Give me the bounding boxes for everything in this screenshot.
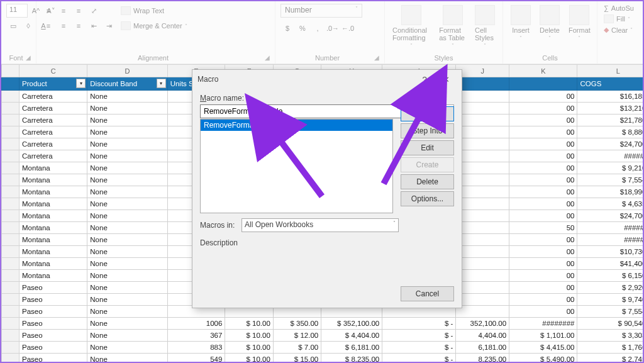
table-header-cell[interactable] bbox=[509, 77, 577, 91]
cell[interactable]: Montana bbox=[19, 198, 87, 210]
cell[interactable]: 00 bbox=[509, 174, 577, 186]
currency-icon[interactable]: $ bbox=[280, 21, 294, 35]
cell[interactable]: ######## bbox=[577, 150, 643, 162]
cell[interactable]: None bbox=[87, 246, 167, 258]
column-header[interactable]: L bbox=[577, 65, 643, 77]
cell[interactable]: None bbox=[87, 138, 167, 150]
cancel-button[interactable]: Cancel bbox=[401, 286, 454, 301]
cell[interactable] bbox=[456, 126, 509, 138]
border-icon[interactable]: ▭ bbox=[6, 19, 20, 33]
fill-button[interactable]: Fill ˅ bbox=[602, 14, 631, 24]
align-top-icon[interactable]: ≡ bbox=[42, 4, 55, 18]
cell[interactable]: 4,404.00 bbox=[456, 330, 509, 342]
cell[interactable]: $ 8,880.00 bbox=[577, 126, 643, 138]
cell[interactable]: 883 bbox=[167, 342, 225, 354]
cell[interactable]: $ 6,150.00 bbox=[577, 270, 643, 282]
cell[interactable]: None bbox=[87, 234, 167, 246]
cell[interactable]: $ 90,540.00 bbox=[577, 318, 643, 330]
cell[interactable]: None bbox=[87, 114, 167, 126]
row-header[interactable] bbox=[2, 270, 19, 282]
row-header[interactable] bbox=[2, 354, 19, 362]
cell[interactable]: ######## bbox=[577, 234, 643, 246]
cell[interactable]: Montana bbox=[19, 234, 87, 246]
cell[interactable]: 00 bbox=[509, 186, 577, 198]
row-header[interactable] bbox=[2, 246, 19, 258]
column-header[interactable]: D bbox=[87, 65, 167, 77]
column-header[interactable]: K bbox=[509, 65, 577, 77]
row-header[interactable] bbox=[2, 174, 19, 186]
number-format-select[interactable]: Number˅ bbox=[280, 4, 362, 18]
create-button[interactable]: Create bbox=[401, 157, 454, 172]
row-header[interactable] bbox=[2, 294, 19, 306]
cell[interactable]: ######## bbox=[509, 318, 577, 330]
cell[interactable] bbox=[456, 103, 509, 114]
cell[interactable]: Montana bbox=[19, 246, 87, 258]
cell[interactable] bbox=[456, 294, 509, 306]
cell[interactable]: 00 bbox=[509, 114, 577, 126]
cell[interactable] bbox=[456, 246, 509, 258]
row-header[interactable] bbox=[2, 306, 19, 318]
cell[interactable]: $ - bbox=[382, 318, 456, 330]
macro-list-item[interactable]: RemoveFormatAsTable bbox=[201, 120, 392, 131]
cell[interactable]: 50 bbox=[509, 222, 577, 234]
cell[interactable]: $ 4,635.00 bbox=[577, 198, 643, 210]
cell[interactable]: 00 bbox=[509, 306, 577, 318]
cell[interactable]: 00 bbox=[509, 162, 577, 174]
cell[interactable]: 00 bbox=[509, 294, 577, 306]
cell[interactable]: $ 7.00 bbox=[273, 342, 321, 354]
cell[interactable] bbox=[456, 234, 509, 246]
merge-center-button[interactable]: Merge & Center ˅ bbox=[119, 21, 189, 31]
dec-decimal-icon[interactable]: ←.0 bbox=[341, 21, 355, 35]
cell[interactable]: $21,780.00 bbox=[577, 114, 643, 126]
cell[interactable]: None bbox=[87, 222, 167, 234]
row-header[interactable] bbox=[2, 342, 19, 354]
filter-icon[interactable]: ▾ bbox=[76, 79, 86, 88]
cell[interactable]: None bbox=[87, 91, 167, 103]
cell[interactable]: $ 15.00 bbox=[273, 354, 321, 362]
cell[interactable]: 1006 bbox=[167, 318, 225, 330]
cell[interactable]: $ 3,303.00 bbox=[577, 330, 643, 342]
macro-list[interactable]: RemoveFormatAsTable bbox=[200, 119, 393, 213]
format-button[interactable]: Format˅ bbox=[566, 4, 593, 42]
align-center-icon[interactable]: ≡ bbox=[57, 19, 70, 33]
cell[interactable] bbox=[456, 91, 509, 103]
cell[interactable] bbox=[456, 114, 509, 126]
cell[interactable]: 00 bbox=[509, 126, 577, 138]
edit-button[interactable]: Edit bbox=[401, 140, 454, 155]
cell[interactable] bbox=[456, 174, 509, 186]
cell[interactable]: $ - bbox=[382, 330, 456, 342]
cell[interactable]: $41,400.00 bbox=[577, 258, 643, 270]
format-as-table-button[interactable]: Format as Table˅ bbox=[436, 4, 469, 50]
cell[interactable]: Paseo bbox=[19, 294, 87, 306]
cell[interactable]: Montana bbox=[19, 174, 87, 186]
cell[interactable]: None bbox=[87, 150, 167, 162]
cell[interactable]: $ 350.00 bbox=[273, 318, 321, 330]
cell[interactable]: Carretera bbox=[19, 103, 87, 114]
align-right-icon[interactable]: ≡ bbox=[72, 19, 86, 33]
conditional-formatting-button[interactable]: Conditional Formatting˅ bbox=[390, 4, 433, 50]
cell[interactable]: None bbox=[87, 103, 167, 114]
cell[interactable]: Montana bbox=[19, 222, 87, 234]
macros-in-select[interactable]: All Open Workbooks˅ bbox=[242, 218, 399, 232]
row-header[interactable] bbox=[2, 210, 19, 222]
cell[interactable]: $ 1,101.00 bbox=[509, 330, 577, 342]
row-header[interactable] bbox=[2, 282, 19, 294]
cell[interactable]: 00 bbox=[509, 234, 577, 246]
cell[interactable]: None bbox=[87, 174, 167, 186]
insert-button[interactable]: Insert˅ bbox=[508, 4, 533, 42]
cell[interactable]: $ 8,235.00 bbox=[321, 354, 382, 362]
table-header-cell[interactable]: Product▾ bbox=[19, 77, 87, 91]
cell[interactable]: 352,100.00 bbox=[456, 318, 509, 330]
cell[interactable]: Paseo bbox=[19, 282, 87, 294]
column-header[interactable]: J bbox=[456, 65, 509, 77]
cell[interactable]: $18,990.00 bbox=[577, 186, 643, 198]
row-header[interactable] bbox=[2, 186, 19, 198]
row-header[interactable] bbox=[2, 318, 19, 330]
cell[interactable]: None bbox=[87, 258, 167, 270]
cell[interactable]: $ 5,490.00 bbox=[509, 354, 577, 362]
cell[interactable]: $24,700.00 bbox=[577, 138, 643, 150]
cell[interactable]: $ 10.00 bbox=[225, 318, 273, 330]
cell[interactable]: 00 bbox=[509, 246, 577, 258]
run-button[interactable]: Run bbox=[401, 106, 454, 121]
cell[interactable] bbox=[456, 258, 509, 270]
